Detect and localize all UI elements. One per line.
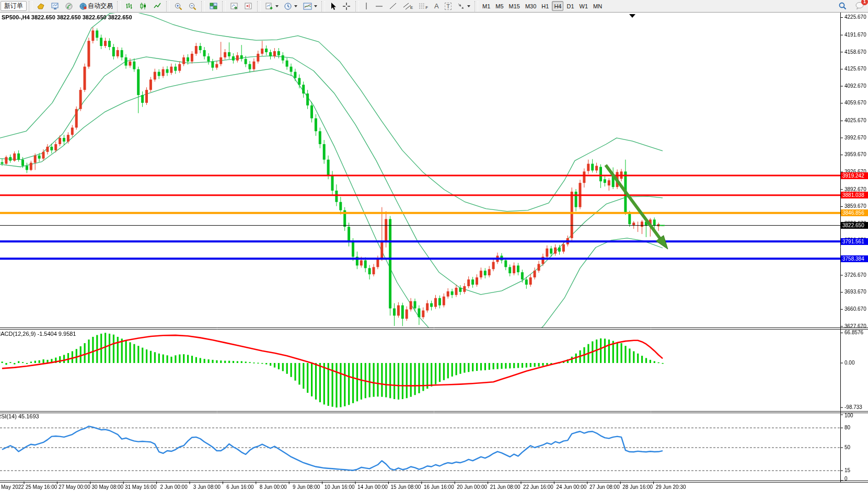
notification-badge: 1 xyxy=(861,0,868,5)
timeframe-h4-button[interactable]: H4 xyxy=(552,1,563,11)
timeframe-m5-button[interactable]: M5 xyxy=(493,1,505,11)
market-watch-icon[interactable] xyxy=(34,1,48,11)
toolbar-separator xyxy=(257,1,261,11)
cursor-tool-icon[interactable] xyxy=(327,1,339,11)
dropdown-arrow-icon xyxy=(294,5,297,7)
channel-tool-glyph: E xyxy=(410,6,413,10)
macd-label: MACD(12,26,9) -1.5404 9.9581 xyxy=(0,331,76,337)
price-chart-canvas[interactable] xyxy=(0,0,868,492)
toolbar-separator xyxy=(117,1,121,11)
globe-icon xyxy=(79,2,88,10)
toolbar-separator xyxy=(474,1,478,11)
vertical-line-tool-icon[interactable] xyxy=(361,1,372,11)
dropdown-arrow-icon xyxy=(275,5,279,7)
auto-trading-label: 自动交易 xyxy=(88,2,113,10)
price-line-label: 3822.650 xyxy=(841,222,868,229)
timeframe-h1-button[interactable]: H1 xyxy=(539,1,551,11)
signal-icon[interactable] xyxy=(63,1,76,11)
label-tool-icon[interactable]: T xyxy=(443,1,454,11)
indicators-icon[interactable] xyxy=(300,1,319,11)
price-line-label: 3846.856 xyxy=(841,209,868,216)
channel-tool-icon[interactable]: E xyxy=(401,1,415,11)
price-line-label: 3758.384 xyxy=(841,255,868,262)
toolbar-separator xyxy=(29,1,32,11)
toolbar-separator xyxy=(166,1,170,11)
timeframe-m1-button[interactable]: M1 xyxy=(480,1,492,11)
dropdown-arrow-icon xyxy=(467,5,470,7)
text-tool-glyph: A xyxy=(434,3,439,9)
price-line-label: 3791.561 xyxy=(841,238,868,245)
trendline-tool-icon[interactable] xyxy=(387,1,400,11)
auto-trading-button[interactable]: 自动交易 xyxy=(77,1,115,11)
notifications-button[interactable]: 1 xyxy=(855,1,865,11)
arrows-tool-icon[interactable] xyxy=(455,1,472,11)
zoom-out-icon[interactable] xyxy=(186,1,199,11)
chart-shift-icon[interactable] xyxy=(242,1,255,11)
timeframe-d1-button[interactable]: D1 xyxy=(564,1,576,11)
toolbar-separator xyxy=(201,1,205,11)
toolbar-separator xyxy=(321,1,325,11)
timeframe-group: M1 M5 M15 M30 H1 H4 D1 W1 MN xyxy=(480,1,605,11)
zoom-in-icon[interactable] xyxy=(172,1,185,11)
candlestick-type-icon[interactable] xyxy=(137,1,150,11)
line-chart-type-icon[interactable] xyxy=(151,1,164,11)
toolbar-separator xyxy=(222,1,226,11)
chart-title: SP500-,H4 3822.650 3822.650 3822.650 382… xyxy=(2,14,132,20)
new-chart-icon[interactable] xyxy=(263,1,281,11)
horizontal-line-tool-icon[interactable] xyxy=(373,1,386,11)
fibo-tool-glyph: F xyxy=(425,6,428,10)
toolbar-separator xyxy=(355,1,359,11)
period-clock-icon[interactable] xyxy=(282,1,299,11)
text-tool-icon[interactable]: A xyxy=(431,1,442,11)
trading-platform-window: { "toolbar": { "new_order_label": "新订单",… xyxy=(0,0,868,492)
main-toolbar: 新订单 自动交易 E F A T xyxy=(0,0,868,13)
label-tool-glyph: T xyxy=(445,3,452,10)
timeframe-w1-button[interactable]: W1 xyxy=(577,1,591,11)
timeframe-m30-button[interactable]: M30 xyxy=(523,1,538,11)
price-line-label: 3881.038 xyxy=(841,192,868,198)
terminal-icon[interactable] xyxy=(49,1,62,11)
rsi-label: RSI(14) 45.1693 xyxy=(0,413,39,419)
dropdown-arrow-icon xyxy=(314,5,317,7)
tile-windows-icon[interactable] xyxy=(207,1,220,11)
timeframe-mn-button[interactable]: MN xyxy=(591,1,604,11)
new-order-button[interactable]: 新订单 xyxy=(1,1,27,11)
search-icon[interactable] xyxy=(836,1,849,11)
auto-scroll-icon[interactable] xyxy=(228,1,241,11)
fibonacci-tool-icon[interactable]: F xyxy=(416,1,430,11)
timeframe-m15-button[interactable]: M15 xyxy=(507,1,522,11)
price-line-label: 3919.242 xyxy=(841,172,868,179)
crosshair-tool-icon[interactable] xyxy=(340,1,353,11)
bar-chart-type-icon[interactable] xyxy=(123,1,136,11)
